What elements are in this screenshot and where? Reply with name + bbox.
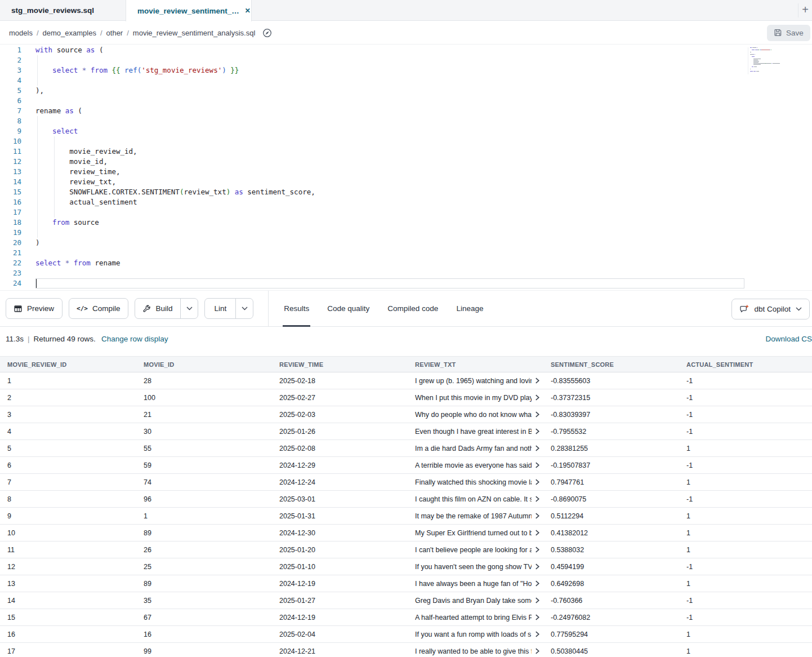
code-line[interactable] <box>35 55 812 65</box>
table-row[interactable]: 13892024-12-19I have always been a huge … <box>0 575 812 592</box>
expand-cell-icon[interactable] <box>535 411 540 418</box>
breadcrumb: models/demo_examples/other/movie_review_… <box>9 28 272 38</box>
tab-code-quality[interactable]: Code quality <box>327 291 369 327</box>
code-line[interactable]: actual_sentiment <box>35 197 812 207</box>
code-line[interactable] <box>35 248 812 258</box>
code-line[interactable] <box>35 228 812 238</box>
code-line[interactable] <box>35 207 812 217</box>
expand-cell-icon[interactable] <box>535 580 540 587</box>
save-button[interactable]: Save <box>767 25 810 41</box>
expand-cell-icon[interactable] <box>535 479 540 485</box>
code-line[interactable] <box>35 136 812 147</box>
review-text-cell: I grew up (b. 1965) watching and lovin… <box>415 377 541 385</box>
line-number: 3 <box>0 65 21 76</box>
code-line[interactable]: review_time, <box>35 167 812 177</box>
table-row[interactable]: 16162025-02-04If you want a fun romp wit… <box>0 626 812 643</box>
tab-lineage[interactable]: Lineage <box>456 291 483 327</box>
lint-dropdown-button[interactable] <box>235 298 253 319</box>
table-row[interactable]: 14352025-01-27Greg Davis and Bryan Daly … <box>0 592 812 609</box>
tab-results[interactable]: Results <box>284 291 309 327</box>
minimap-line <box>750 73 792 74</box>
expand-cell-icon[interactable] <box>535 513 540 519</box>
code-line[interactable]: select <box>35 126 812 136</box>
review-text-cell: It may be the remake of 1987 Autumn'… <box>415 512 541 520</box>
dbt-copilot-button[interactable]: dbt Copilot <box>731 299 810 319</box>
expand-cell-icon[interactable] <box>535 496 540 502</box>
build-label[interactable]: Build <box>155 304 172 313</box>
indent-guide <box>37 126 38 136</box>
code-line[interactable]: ), <box>35 86 812 96</box>
editor-minimap[interactable] <box>748 47 792 74</box>
code-line[interactable]: ) <box>35 238 812 248</box>
table-row[interactable]: 7742024-12-24Finally watched this shocki… <box>0 474 812 491</box>
preview-button[interactable]: Preview <box>6 298 63 319</box>
build-dropdown-button[interactable] <box>180 298 198 319</box>
expand-cell-icon[interactable] <box>535 547 540 553</box>
new-tab-button[interactable]: + <box>798 3 812 17</box>
tab-stg-movie-reviews[interactable]: stg_movie_reviews.sql <box>0 0 126 21</box>
change-row-display-link[interactable]: Change row display <box>101 335 168 343</box>
table-row[interactable]: 17992024-12-21I really wanted to be able… <box>0 643 812 657</box>
table-row[interactable]: 5552025-02-08Im a die hard Dads Army fan… <box>0 440 812 457</box>
code-line[interactable]: from source <box>35 217 812 228</box>
table-row[interactable]: 15672024-12-19A half-hearted attempt to … <box>0 609 812 626</box>
indent-guide <box>37 187 38 197</box>
close-icon[interactable]: ✕ <box>245 7 251 15</box>
review-text: Even though I have great interest in Bi… <box>415 428 532 436</box>
breadcrumb-segment[interactable]: models <box>9 29 33 37</box>
expand-cell-icon[interactable] <box>535 462 540 468</box>
code-line[interactable]: with source as ( <box>35 45 812 55</box>
tab-compiled-code[interactable]: Compiled code <box>387 291 438 327</box>
code-line[interactable]: select * from {{ ref('stg_movie_reviews'… <box>35 65 812 76</box>
code-line[interactable]: review_txt, <box>35 177 812 187</box>
expand-cell-icon[interactable] <box>535 445 540 451</box>
code-line[interactable] <box>35 268 812 278</box>
code-line[interactable] <box>35 76 812 86</box>
breadcrumb-segment[interactable]: other <box>106 29 123 37</box>
table-row[interactable]: 1282025-02-18I grew up (b. 1965) watchin… <box>0 372 812 389</box>
table-row[interactable]: 4302025-01-26Even though I have great in… <box>0 423 812 440</box>
breadcrumb-segment[interactable]: movie_review_sentiment_analysis.sql <box>133 29 256 37</box>
expand-cell-icon[interactable] <box>535 378 540 384</box>
code-line[interactable]: select * from rename <box>35 258 812 268</box>
tab-movie-review-sentiment[interactable]: movie_review_sentiment_… ✕ <box>126 0 252 21</box>
lint-label[interactable]: Lint <box>214 304 226 313</box>
wrench-icon <box>142 304 151 313</box>
code-line[interactable]: rename as ( <box>35 106 812 116</box>
editor-code[interactable]: with source as ( select * from {{ ref('s… <box>35 45 812 288</box>
line-number: 23 <box>0 268 21 278</box>
expand-cell-icon[interactable] <box>535 648 540 654</box>
expand-cell-icon[interactable] <box>535 563 540 570</box>
code-line[interactable]: movie_id, <box>35 157 812 167</box>
code-line[interactable] <box>35 96 812 106</box>
expand-cell-icon[interactable] <box>535 428 540 434</box>
code-line[interactable] <box>35 278 744 288</box>
expand-cell-icon[interactable] <box>535 597 540 603</box>
plus-icon: + <box>802 3 809 16</box>
table-row[interactable]: 12252025-01-10If you haven't seen the go… <box>0 558 812 575</box>
table-row[interactable]: 6592024-12-29A terrible movie as everyon… <box>0 457 812 474</box>
expand-cell-icon[interactable] <box>535 394 540 401</box>
table-row[interactable]: 21002025-02-27When I put this movie in m… <box>0 389 812 406</box>
indent-guide <box>37 116 38 126</box>
table-row[interactable]: 912025-01-31It may be the remake of 1987… <box>0 508 812 525</box>
code-editor[interactable]: 123456789101112131415161718192021222324 … <box>0 45 812 290</box>
expand-cell-icon[interactable] <box>535 614 540 620</box>
table-row[interactable]: 3212025-02-03Why do people who do not kn… <box>0 406 812 423</box>
code-line[interactable]: movie_review_id, <box>35 147 812 157</box>
line-number: 5 <box>0 86 21 96</box>
tab-label: stg_movie_reviews.sql <box>11 6 94 15</box>
table-row[interactable]: 11262025-01-20I can't believe people are… <box>0 541 812 558</box>
table-row[interactable]: 10892024-12-30My Super Ex Girlfriend tur… <box>0 525 812 541</box>
compass-icon[interactable] <box>262 28 272 38</box>
expand-cell-icon[interactable] <box>535 530 540 536</box>
column-header: ACTUAL_SENTIMENT <box>679 357 812 372</box>
code-line[interactable]: SNOWFLAKE.CORTEX.SENTIMENT(review_txt) a… <box>35 187 812 197</box>
breadcrumb-segment[interactable]: demo_examples <box>43 29 96 37</box>
download-csv-link[interactable]: Download CSV <box>765 335 812 343</box>
code-line[interactable] <box>35 116 812 126</box>
compile-button[interactable]: </> Compile <box>69 298 128 319</box>
review-text: I really wanted to be able to give this … <box>415 647 532 655</box>
table-row[interactable]: 8962025-03-01I caught this film on AZN o… <box>0 491 812 508</box>
expand-cell-icon[interactable] <box>535 631 540 637</box>
